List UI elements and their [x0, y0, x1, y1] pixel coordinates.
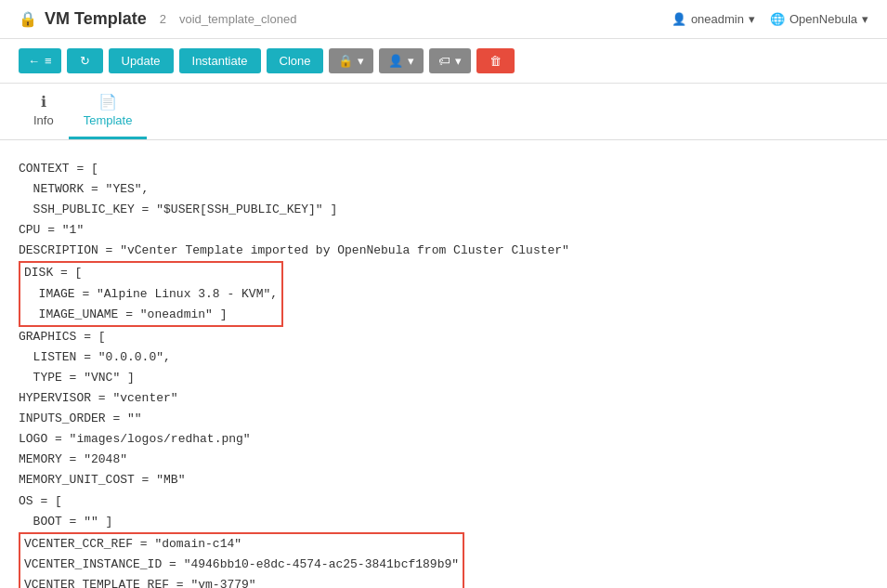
code-line: INPUTS_ORDER = "" — [19, 409, 868, 429]
info-tab-label: Info — [33, 113, 54, 127]
tag-dropdown-button[interactable]: 🏷 ▾ — [429, 48, 471, 73]
lock-btn-icon: 🔒 — [338, 54, 353, 68]
user-icon: 👤 — [672, 12, 686, 26]
highlight-block: VCENTER_CCR_REF = "domain-c14"VCENTER_IN… — [19, 532, 464, 588]
code-line: HYPERVISOR = "vcenter" — [19, 388, 868, 409]
user-btn-icon: 👤 — [388, 54, 403, 68]
update-button[interactable]: Update — [109, 48, 174, 73]
tab-template[interactable]: 📄 Template — [69, 84, 148, 139]
template-tab-icon: 📄 — [98, 93, 117, 111]
page-subtitle: void_template_cloned — [179, 12, 296, 26]
cloud-name: OpenNebula — [789, 12, 857, 26]
template-tab-label: Template — [84, 113, 133, 127]
lock-dropdown-arrow: ▾ — [358, 54, 364, 68]
code-line: OS = [ — [19, 491, 868, 512]
header-right: 👤 oneadmin ▾ 🌐 OpenNebula ▾ — [672, 12, 868, 26]
code-line: CPU = "1" — [19, 220, 868, 241]
page-title: VM Template — [45, 9, 147, 29]
list-icon: ≡ — [45, 54, 52, 68]
tag-dropdown-arrow: ▾ — [455, 54, 462, 68]
refresh-icon: ↻ — [80, 54, 90, 68]
code-line: MEMORY_UNIT_COST = "MB" — [19, 470, 868, 490]
user-action-dropdown-button[interactable]: 👤 ▾ — [379, 48, 424, 73]
code-line: VCENTER_TEMPLATE_REF = "vm-3779" — [24, 575, 459, 588]
code-line: SSH_PUBLIC_KEY = "$USER[SSH_PUBLIC_KEY]"… — [19, 200, 868, 220]
cloud-icon: 🌐 — [770, 12, 785, 26]
delete-button[interactable]: 🗑 — [476, 48, 515, 73]
refresh-button[interactable]: ↻ — [67, 48, 103, 73]
code-container: CONTEXT = [ NETWORK = "YES", SSH_PUBLIC_… — [19, 159, 868, 588]
code-line: TYPE = "VNC" ] — [19, 368, 868, 388]
code-line: MEMORY = "2048" — [19, 450, 868, 470]
code-line: VCENTER_CCR_REF = "domain-c14" — [24, 534, 459, 555]
update-label: Update — [122, 54, 161, 68]
code-line: GRAPHICS = [ — [19, 327, 868, 347]
instantiate-label: Instantiate — [192, 54, 248, 68]
code-line: IMAGE = "Alpine Linux 3.8 - KVM", — [24, 284, 278, 305]
code-line: VCENTER_INSTANCE_ID = "4946bb10-e8dc-457… — [24, 555, 459, 575]
code-line: NETWORK = "YES", — [19, 179, 868, 200]
code-line: DESCRIPTION = "vCenter Template imported… — [19, 241, 868, 261]
page-id: 2 — [160, 12, 166, 26]
highlight-block: DISK = [ IMAGE = "Alpine Linux 3.8 - KVM… — [19, 261, 283, 326]
back-button[interactable]: ← ≡ — [19, 48, 61, 73]
user-menu[interactable]: 👤 oneadmin ▾ — [672, 12, 755, 26]
delete-icon: 🗑 — [489, 54, 502, 68]
template-content: CONTEXT = [ NETWORK = "YES", SSH_PUBLIC_… — [0, 140, 887, 588]
tabs-bar: ℹ Info 📄 Template — [0, 84, 887, 140]
user-dropdown-icon: ▾ — [749, 12, 755, 26]
code-line: BOOT = "" ] — [19, 512, 868, 532]
clone-label: Clone — [280, 54, 311, 68]
info-tab-icon: ℹ — [41, 93, 46, 111]
instantiate-button[interactable]: Instantiate — [179, 48, 261, 73]
code-line: LISTEN = "0.0.0.0", — [19, 347, 868, 368]
clone-button[interactable]: Clone — [267, 48, 324, 73]
tab-info[interactable]: ℹ Info — [19, 84, 69, 139]
user-action-dropdown-arrow: ▾ — [408, 54, 414, 68]
code-line: LOGO = "images/logos/redhat.png" — [19, 429, 868, 450]
code-line: CONTEXT = [ — [19, 159, 868, 179]
code-line: IMAGE_UNAME = "oneadmin" ] — [24, 305, 278, 325]
toolbar: ← ≡ ↻ Update Instantiate Clone 🔒 ▾ 👤 ▾ 🏷… — [0, 39, 887, 84]
cloud-dropdown-icon: ▾ — [862, 12, 868, 26]
top-header: 🔒 VM Template 2 void_template_cloned 👤 o… — [0, 0, 887, 39]
tag-btn-icon: 🏷 — [438, 54, 450, 68]
user-name: oneadmin — [691, 12, 744, 26]
code-line: DISK = [ — [24, 263, 278, 283]
header-left: 🔒 VM Template 2 void_template_cloned — [19, 9, 296, 29]
lock-dropdown-button[interactable]: 🔒 ▾ — [329, 48, 373, 73]
lock-icon: 🔒 — [19, 10, 37, 28]
cloud-menu[interactable]: 🌐 OpenNebula ▾ — [770, 12, 868, 26]
back-icon: ← — [28, 54, 40, 68]
